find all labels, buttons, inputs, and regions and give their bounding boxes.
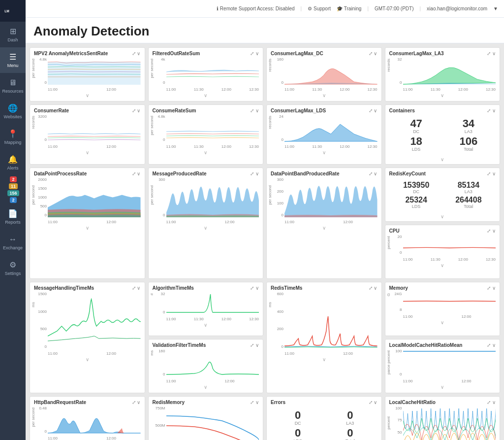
containers-la3: 34 LA3 — [443, 118, 494, 134]
alert-badge-yellow[interactable]: 11 — [9, 183, 18, 189]
widget-title-httpbandrequest: HttpBandRequestRate — [34, 400, 86, 405]
sidebar-item-reports[interactable]: 📄 Reports — [0, 204, 26, 230]
widget-controls-consumerlagdc[interactable]: ⤢ ∨ — [369, 51, 378, 56]
widget-title-consumerlagdc: ConsumerLagMax_DC — [271, 51, 323, 56]
widget-controls-httpbandrequest[interactable]: ⤢ ∨ — [132, 400, 141, 405]
chart-httpbandrequest: 0.480 11:0012:00 — [34, 406, 141, 440]
widget-controls-rediskeycount[interactable]: ⤢ ∨ — [487, 171, 496, 176]
user-dropdown-icon[interactable]: ▼ — [493, 6, 498, 11]
menu-icon: ☰ — [9, 52, 16, 62]
sidebar-item-exchange[interactable]: ↔ Exchange — [0, 230, 26, 255]
widget-controls-localmodelcache[interactable]: ⤢ ∨ — [487, 342, 496, 348]
widget-chevron-msghandling[interactable]: ∨ — [86, 357, 89, 362]
widget-datapointband: DataPointBandProducedRate ⤢ ∨ 3002001000… — [266, 168, 382, 279]
widget-chevron-datapointband[interactable]: ∨ — [322, 225, 326, 231]
widget-controls-localcachehit[interactable]: ⤢ ∨ — [487, 400, 496, 405]
widget-chevron-rediskeycount[interactable]: ∨ — [441, 214, 444, 219]
widget-controls-containers[interactable]: ⤢ ∨ — [487, 108, 496, 113]
widget-title-errors: Errors — [271, 400, 285, 405]
widget-consumerlagla3: ConsumerLagMax_LA3 ⤢ ∨ 320 11:0011:3012:… — [385, 47, 501, 102]
widget-chevron-datapointprocess[interactable]: ∨ — [86, 225, 89, 231]
widget-controls-msghandling[interactable]: ⤢ ∨ — [132, 285, 141, 291]
sidebar-item-menu[interactable]: ☰ Menu — [0, 47, 26, 73]
dashboard-row-2: ConsumerRate ⤢ ∨ 32000 11:0012:00 — [30, 104, 500, 165]
widget-title-consumerlagla3: ConsumerLagMax_LA3 — [389, 51, 444, 56]
widget-title-validationfilter: ValidationFilterTimeMs — [153, 342, 206, 348]
widget-controls-redismemory[interactable]: ⤢ ∨ — [250, 400, 259, 405]
widget-chevron-memory[interactable]: ∨ — [441, 320, 444, 325]
sidebar-item-websites[interactable]: 🌐 Websites — [0, 99, 26, 124]
widget-chevron-cpu[interactable]: ∨ — [441, 263, 444, 268]
widget-chevron-consumerlagla3[interactable]: ∨ — [441, 93, 444, 98]
chart-consumerlaglds: 240 11:0011:3012:0012:30 — [271, 114, 378, 149]
widget-chevron-consumerlagdc[interactable]: ∨ — [322, 93, 326, 98]
widget-controls-cpu[interactable]: ⤢ ∨ — [487, 228, 496, 234]
alert-badge-red[interactable]: 2 — [10, 176, 16, 182]
widget-chevron-consumerrate[interactable]: ∨ — [86, 150, 89, 155]
sidebar-item-resources[interactable]: 🖥 Resources — [0, 73, 26, 99]
websites-icon: 🌐 — [8, 103, 18, 113]
widget-validationfilter: ValidationFilterTimeMs ⤢ ∨ 1600 11:0012:… — [148, 339, 264, 393]
alert-badge-teal[interactable]: 156 — [7, 190, 19, 196]
widget-chevron-localmodelcache[interactable]: ∨ — [441, 384, 444, 390]
widget-chevron-messageproduced[interactable]: ∨ — [204, 225, 207, 231]
user-email[interactable]: xiao.han@logicmonitor.com — [427, 6, 487, 11]
widget-controls-messageproduced[interactable]: ⤢ ∨ — [250, 171, 259, 176]
dashboard-row-1: MPV2 AnomalyMetricsSentRate ⤢ ∨ 4.8k0 — [30, 47, 500, 102]
widget-controls-errors[interactable]: ⤢ ∨ — [369, 400, 378, 405]
widget-controls-validationfilter[interactable]: ⤢ ∨ — [250, 342, 259, 348]
widget-controls-filteredout[interactable]: ⤢ ∨ — [250, 51, 259, 56]
widget-consumerrate: ConsumerRate ⤢ ∨ 32000 11:0012:00 — [30, 104, 145, 165]
widget-redismemory: RedisMemory ⤢ ∨ 750M500M250M 10:3011:301… — [148, 396, 264, 440]
alert-badge-blue[interactable]: 2 — [10, 197, 16, 203]
widget-controls-datapointprocess[interactable]: ⤢ ∨ — [132, 171, 141, 176]
widget-controls-consumerrate[interactable]: ⤢ ∨ — [132, 108, 141, 113]
chart-consumerrate: 32000 11:0012:00 — [34, 114, 141, 149]
resources-icon: 🖥 — [9, 78, 17, 87]
sidebar-item-settings[interactable]: ⚙ Settings — [0, 255, 26, 281]
widget-chevron-containers[interactable]: ∨ — [441, 157, 444, 162]
widget-memory: Memory ⤢ ∨ 24G8 11:0012:00 ∨ G — [385, 282, 501, 336]
widget-filteredout: FilteredOutRateSum ⤢ ∨ 4k0 11:0011:3012:… — [148, 47, 264, 102]
logo: LM — [0, 0, 26, 22]
widget-chevron-consumerratesum[interactable]: ∨ — [204, 150, 207, 155]
widget-consumerlagdc: ConsumerLagMax_DC ⤢ ∨ 1600 11:0011:3012:… — [266, 47, 382, 102]
chart-filteredout: 4k0 11:0011:3012:0012:30 — [153, 57, 259, 92]
chart-datapointband: 3002001000 11:0012:00 — [271, 177, 378, 224]
containers-total: 106 Total — [443, 136, 494, 152]
dash-icon: ⊞ — [10, 27, 16, 36]
errors-la3: 0 LA3 — [325, 410, 375, 426]
widget-controls-redistime[interactable]: ⤢ ∨ — [369, 285, 378, 291]
alerts-icon: 🔔 — [8, 155, 18, 164]
sidebar-item-dash[interactable]: ⊞ Dash — [0, 22, 26, 47]
widget-redistime: RedisTimeMs ⤢ ∨ 6004002000 11:0012:00 ∨ — [266, 282, 382, 393]
widget-controls-consumerlaglds[interactable]: ⤢ ∨ — [369, 108, 378, 113]
widget-chevron-consumerlaglds[interactable]: ∨ — [322, 150, 326, 155]
widget-algorithmtime: AlgorithmTimeMs ⤢ ∨ 320 11:0011:3012:001… — [148, 282, 264, 336]
sidebar-item-mapping[interactable]: 📍 Mapping — [0, 124, 26, 150]
widget-controls-consumerlagla3[interactable]: ⤢ ∨ — [487, 51, 496, 56]
widget-chevron-redistime[interactable]: ∨ — [322, 357, 326, 362]
widget-controls-datapointband[interactable]: ⤢ ∨ — [369, 171, 378, 176]
training-link[interactable]: 🎓 Training — [337, 6, 361, 11]
sidebar-item-alerts[interactable]: 🔔 Alerts — [0, 150, 26, 175]
errors-numbers: 0 DC 0 LA3 0 LDS 0 Total — [271, 406, 378, 440]
main-content: ℹ Remote Support Access: Disabled | ⚙ Su… — [26, 0, 504, 440]
widget-chevron-mpv2[interactable]: ∨ — [86, 93, 89, 98]
widget-title-mpv2: MPV2 AnomalyMetricsSentRate — [34, 51, 108, 56]
widget-chevron-algorithmtime[interactable]: ∨ — [204, 322, 207, 328]
widget-controls-consumerratesum[interactable]: ⤢ ∨ — [250, 108, 259, 113]
chart-msghandling: 150010005000 11:0012:00 — [34, 292, 141, 356]
widget-title-redismemory: RedisMemory — [153, 400, 185, 405]
widget-localcachehit: LocalCacheHitRatio ⤢ ∨ 1007550250 — [385, 396, 501, 440]
widget-controls-algorithmtime[interactable]: ⤢ ∨ — [250, 285, 259, 291]
widget-title-consumerlaglds: ConsumerLagMax_LDS — [271, 108, 326, 113]
widget-chevron-filteredout[interactable]: ∨ — [204, 93, 207, 98]
errors-total: 0 Total — [325, 428, 375, 440]
widget-controls-mpv2[interactable]: ⤢ ∨ — [132, 51, 141, 56]
support-link[interactable]: ⚙ Support — [308, 6, 331, 11]
widget-controls-memory[interactable]: ⤢ ∨ — [487, 285, 496, 291]
mapping-icon: 📍 — [8, 129, 18, 138]
timezone: GMT-07:00 (PDT) — [375, 6, 413, 11]
widget-chevron-validationfilter[interactable]: ∨ — [204, 384, 207, 390]
